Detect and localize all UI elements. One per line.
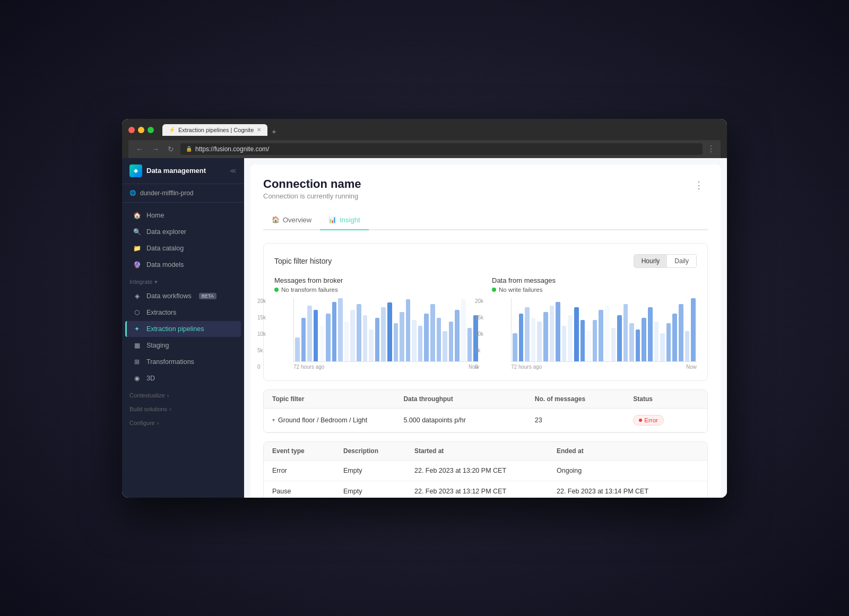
bar bbox=[599, 310, 603, 361]
sidebar-logo-label: Data management bbox=[146, 167, 206, 175]
tab-insight[interactable]: 📊 Insight bbox=[320, 211, 368, 230]
address-bar-row: ← → ↻ 🔒 https://fusion.cognite.com/ ⋮ bbox=[128, 140, 721, 158]
transformations-icon: ⊞ bbox=[133, 358, 141, 366]
sidebar-item-home-label: Home bbox=[146, 212, 164, 219]
sidebar-item-extraction-pipelines[interactable]: ✦ Extraction pipelines bbox=[125, 321, 241, 337]
workspace-row[interactable]: 🌐 dunder-mifflin-prod bbox=[122, 184, 244, 203]
sidebar-item-transformations[interactable]: ⊞ Transformations bbox=[125, 354, 241, 370]
tab-bar: ⚡ Extraction pipelines | Cognite ✕ + bbox=[162, 124, 279, 136]
tab-close-button[interactable]: ✕ bbox=[257, 127, 261, 133]
tab-insight-label: Insight bbox=[340, 216, 360, 224]
back-button[interactable]: ← bbox=[134, 144, 145, 154]
y-label-15k: 15k bbox=[257, 315, 266, 320]
sidebar-item-transformations-label: Transformations bbox=[146, 358, 194, 366]
right-status-dot bbox=[492, 288, 496, 292]
expand-icon[interactable]: ▾ bbox=[272, 417, 275, 423]
browser-window: ⚡ Extraction pipelines | Cognite ✕ + ← →… bbox=[122, 119, 727, 498]
contextualize-section-label[interactable]: Contextualize › bbox=[122, 387, 244, 401]
pipelines-icon: ✦ bbox=[133, 325, 141, 333]
bar bbox=[593, 320, 597, 361]
sidebar-collapse-button[interactable]: ≪ bbox=[230, 167, 237, 175]
app-layout: ◈ Data management ≪ 🌐 dunder-mifflin-pro… bbox=[122, 158, 727, 498]
more-options-button[interactable]: ⋮ bbox=[690, 177, 708, 193]
right-x-label-end: Now bbox=[686, 364, 697, 370]
daily-button[interactable]: Daily bbox=[667, 255, 696, 267]
lock-icon: 🔒 bbox=[186, 146, 192, 152]
left-chart-status: No transform failures bbox=[274, 287, 479, 293]
build-solutions-label: Build solutions bbox=[129, 406, 167, 412]
bar bbox=[605, 306, 610, 361]
y-label-0: 0 bbox=[257, 364, 266, 370]
bar bbox=[295, 337, 300, 361]
sidebar-item-3d[interactable]: ◉ 3D bbox=[125, 370, 241, 386]
events-table-header: Event type Description Started at Ended … bbox=[264, 442, 707, 461]
bar bbox=[679, 304, 683, 361]
chart-section: Topic filter history Hourly Daily Messag… bbox=[263, 243, 708, 381]
bar bbox=[319, 326, 324, 361]
browser-more-button[interactable]: ⋮ bbox=[707, 144, 715, 154]
bar bbox=[568, 315, 573, 361]
right-y-label-0: 0 bbox=[475, 364, 483, 370]
forward-button[interactable]: → bbox=[150, 144, 161, 154]
tab-title: Extraction pipelines | Cognite bbox=[178, 127, 254, 133]
bar bbox=[672, 314, 677, 361]
left-status-dot bbox=[274, 288, 279, 292]
sidebar-item-data-catalog[interactable]: 📁 Data catalog bbox=[125, 240, 241, 256]
bar bbox=[314, 310, 318, 361]
active-tab[interactable]: ⚡ Extraction pipelines | Cognite ✕ bbox=[162, 124, 267, 136]
sidebar-item-extractors[interactable]: ⬡ Extractors bbox=[125, 305, 241, 320]
url-text: https://fusion.cognite.com/ bbox=[195, 145, 269, 153]
bar bbox=[430, 304, 435, 361]
sidebar-item-staging[interactable]: ▦ Staging bbox=[125, 337, 241, 353]
address-bar[interactable]: 🔒 https://fusion.cognite.com/ bbox=[180, 143, 703, 155]
sidebar-item-data-explorer[interactable]: 🔍 Data explorer bbox=[125, 224, 241, 240]
minimize-traffic-light[interactable] bbox=[138, 127, 144, 133]
configure-section-label[interactable]: Configure › bbox=[122, 414, 244, 428]
bar bbox=[537, 322, 542, 361]
ended-at-1: 22. Feb 2023 at 13:14 PM CET bbox=[557, 488, 699, 495]
close-traffic-light[interactable] bbox=[128, 127, 135, 133]
sidebar-item-data-workflows[interactable]: ◈ Data workflows BETA bbox=[125, 288, 241, 304]
hourly-button[interactable]: Hourly bbox=[634, 255, 668, 267]
bar bbox=[617, 315, 622, 361]
event-type-1: Pause bbox=[272, 488, 343, 495]
integrate-section-label[interactable]: Integrate ▾ bbox=[122, 273, 244, 288]
integrate-label: Integrate bbox=[129, 279, 152, 285]
bar bbox=[550, 306, 555, 361]
tab-overview[interactable]: 🏠 Overview bbox=[263, 211, 320, 230]
bar bbox=[307, 306, 312, 361]
new-tab-button[interactable]: + bbox=[268, 127, 279, 136]
col-data-throughput: Data throughput bbox=[403, 395, 534, 403]
time-toggle: Hourly Daily bbox=[634, 254, 697, 268]
bar bbox=[660, 333, 665, 361]
filter-table: Topic filter Data throughput No. of mess… bbox=[263, 389, 708, 433]
build-solutions-section-label[interactable]: Build solutions › bbox=[122, 401, 244, 414]
bar bbox=[519, 314, 524, 361]
sidebar-item-data-models[interactable]: 🔮 Data models bbox=[125, 257, 241, 273]
maximize-traffic-light[interactable] bbox=[148, 127, 154, 133]
started-at-1: 22. Feb 2023 at 13:12 PM CET bbox=[414, 488, 557, 495]
home-icon: 🏠 bbox=[133, 212, 141, 219]
configure-label: Configure bbox=[129, 420, 155, 426]
description-0: Empty bbox=[343, 467, 414, 474]
event-type-0: Error bbox=[272, 467, 343, 474]
chevron-right-icon-3: › bbox=[157, 420, 159, 426]
sidebar-item-data-models-label: Data models bbox=[146, 261, 184, 268]
right-chart-wrapper: 20k 15k 10k 5k 0 72 hours ago Now bbox=[492, 298, 697, 370]
events-row-1: Pause Empty 22. Feb 2023 at 13:12 PM CET… bbox=[264, 481, 707, 498]
description-1: Empty bbox=[343, 488, 414, 495]
right-chart-container: Data from messages No write failures 20k… bbox=[492, 276, 697, 370]
sidebar-item-home[interactable]: 🏠 Home bbox=[125, 207, 241, 223]
insight-tab-icon: 📊 bbox=[328, 216, 336, 223]
error-label: Error bbox=[644, 417, 658, 423]
bar bbox=[394, 323, 398, 361]
reload-button[interactable]: ↻ bbox=[166, 144, 176, 154]
search-icon: 🔍 bbox=[133, 228, 141, 236]
browser-controls: ⚡ Extraction pipelines | Cognite ✕ + bbox=[128, 124, 721, 136]
events-table: Event type Description Started at Ended … bbox=[263, 441, 708, 498]
bar bbox=[455, 310, 460, 361]
right-chart-status-label: No write failures bbox=[499, 287, 542, 293]
bar bbox=[461, 299, 466, 361]
bar bbox=[449, 322, 454, 361]
bar bbox=[338, 298, 343, 361]
